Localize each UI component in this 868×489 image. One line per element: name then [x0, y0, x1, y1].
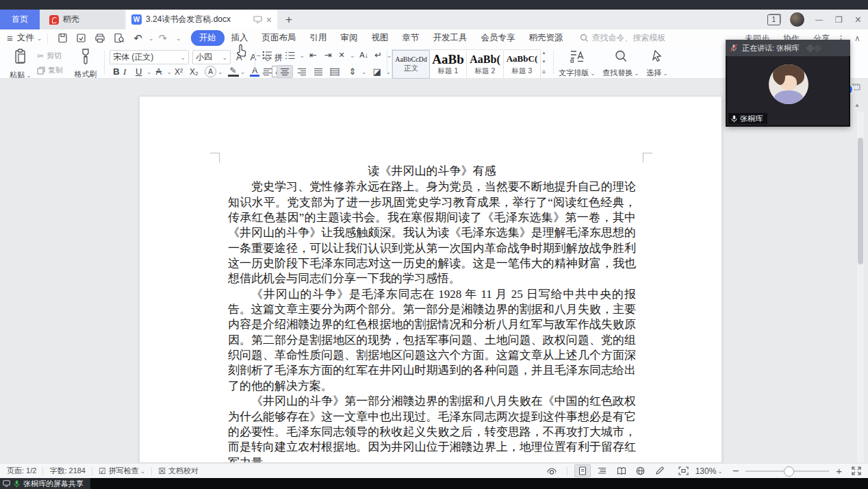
- eye-protection-icon[interactable]: [546, 467, 557, 475]
- fit-page-icon[interactable]: [678, 466, 689, 475]
- tab-sync-monitor-icon[interactable]: [253, 16, 262, 23]
- command-search-icon[interactable]: [580, 34, 589, 42]
- align-center-button[interactable]: [277, 65, 293, 78]
- print-preview-icon[interactable]: [114, 33, 125, 43]
- find-replace-button[interactable]: 查找替换⌄: [601, 49, 641, 78]
- numbered-list-button[interactable]: [283, 51, 297, 60]
- bold-button[interactable]: B: [110, 67, 123, 76]
- bullet-list-button[interactable]: [260, 51, 274, 60]
- view-page-mode[interactable]: [574, 464, 591, 477]
- underline-button[interactable]: U: [136, 67, 145, 76]
- increase-indent-button[interactable]: ⇥: [321, 51, 335, 60]
- export-icon[interactable]: [76, 33, 86, 43]
- tab-home-ribbon[interactable]: 开始: [191, 30, 225, 46]
- font-size-select[interactable]: 小四 ⌄: [192, 50, 231, 64]
- text-effects-button[interactable]: A: [205, 66, 216, 77]
- meeting-overlay[interactable]: 正在讲话: 张桐珲 张桐珲: [726, 40, 850, 127]
- styles-gallery-more-icon[interactable]: ≡: [542, 68, 546, 75]
- page-indicator[interactable]: 页面: 1/2: [7, 466, 36, 476]
- line-spacing-button[interactable]: ⇕: [346, 67, 359, 76]
- meeting-video-area[interactable]: 张桐珲: [726, 56, 850, 127]
- zoom-in-button[interactable]: +: [836, 465, 842, 477]
- zoom-slider-track[interactable]: [745, 471, 829, 472]
- distribute-button[interactable]: [327, 66, 342, 77]
- styles-scroll-up-icon[interactable]: ▲: [542, 51, 546, 55]
- style-normal[interactable]: AaBbCcDd 正文: [392, 50, 430, 79]
- account-avatar[interactable]: [790, 12, 804, 27]
- restore-button[interactable]: ❐: [835, 16, 843, 24]
- scrollbar-thumb[interactable]: [858, 138, 863, 264]
- hamburger-icon[interactable]: ≡: [7, 33, 13, 43]
- home-tab[interactable]: 首页: [0, 10, 40, 29]
- tab-close-icon[interactable]: ×: [266, 15, 272, 25]
- show-marks-button[interactable]: ↵: [373, 51, 384, 60]
- superscript-button[interactable]: X²: [175, 68, 190, 76]
- close-button[interactable]: ×: [855, 14, 861, 25]
- zoom-level[interactable]: 130%: [695, 466, 717, 476]
- minimize-button[interactable]: —: [815, 16, 823, 23]
- proofread-button[interactable]: 文档校对: [168, 466, 199, 476]
- file-menu[interactable]: 文件: [17, 32, 34, 44]
- format-painter-button[interactable]: 格式刷: [71, 49, 100, 79]
- paste-button[interactable]: 粘贴⌄: [7, 49, 34, 80]
- view-edit-pen-mode[interactable]: [652, 465, 667, 477]
- save-icon[interactable]: [58, 33, 68, 43]
- style-heading1[interactable]: AaBb 标题 1: [430, 51, 467, 78]
- style-heading3[interactable]: AaBbC( 标题 3: [504, 51, 540, 78]
- tab-docer-resources[interactable]: 稻壳资源: [529, 32, 563, 44]
- document-tab[interactable]: W 3.24读书会发言稿.docx ×: [126, 10, 277, 29]
- undo-icon[interactable]: ↶: [133, 33, 142, 43]
- underline-chevron-icon[interactable]: ⌄: [146, 68, 152, 75]
- share-status-chip[interactable]: 张桐珲的屏幕共享: [0, 478, 90, 489]
- view-book-mode[interactable]: [614, 465, 629, 477]
- italic-button[interactable]: I: [123, 67, 136, 76]
- zoom-slider-knob[interactable]: [784, 466, 794, 477]
- undo-chevron-icon[interactable]: ⌄: [149, 35, 154, 42]
- scrollbar-track[interactable]: [857, 112, 864, 463]
- document-page[interactable]: 读《井冈山的斗争》有感 党史学习、党性修养永远在路上。身为党员，当然要不断地提升…: [139, 96, 722, 463]
- subscript-button[interactable]: X₂: [190, 68, 205, 76]
- font-name-select[interactable]: 宋体 (正文) ⌄: [110, 50, 189, 64]
- word-count[interactable]: 字数: 2184: [49, 466, 86, 476]
- tab-view[interactable]: 视图: [372, 32, 389, 44]
- view-web-mode[interactable]: [633, 465, 648, 477]
- highlight-button[interactable]: ✎: [228, 66, 239, 77]
- tab-member[interactable]: 会员专享: [481, 32, 515, 44]
- tab-references[interactable]: 引用: [310, 32, 327, 44]
- spell-check-chevron-icon[interactable]: ⌄: [140, 468, 146, 475]
- decrease-font-button[interactable]: A⁻: [251, 53, 261, 62]
- cut-button[interactable]: ✂ 剪切: [37, 51, 63, 61]
- redo-icon[interactable]: ↷: [158, 33, 167, 43]
- scroll-up-arrow-icon[interactable]: ▲: [854, 102, 860, 108]
- zoom-out-button[interactable]: −: [732, 465, 739, 477]
- tab-review[interactable]: 审阅: [341, 32, 358, 44]
- window-list-badge[interactable]: 1: [767, 14, 780, 25]
- print-icon[interactable]: [94, 33, 105, 43]
- docer-tab[interactable]: 稻壳: [40, 10, 125, 29]
- tab-dev-tools[interactable]: 开发工具: [433, 32, 468, 44]
- strikethrough-chevron-icon[interactable]: ⌄: [167, 68, 173, 75]
- collapse-ribbon-icon[interactable]: ∧: [854, 34, 860, 42]
- tab-section[interactable]: 章节: [403, 32, 420, 44]
- strikethrough-button[interactable]: A: [156, 67, 166, 76]
- toolbar-more-icon[interactable]: ⌄: [176, 35, 181, 42]
- highlight-chevron-icon[interactable]: ⌄: [240, 68, 246, 75]
- sort-button[interactable]: A↓: [357, 51, 372, 59]
- spell-check-button[interactable]: 拼写检查: [109, 466, 139, 476]
- cn-layout-button[interactable]: ✕: [336, 51, 347, 59]
- align-left-button[interactable]: [260, 66, 275, 77]
- shading-button[interactable]: ◪: [371, 67, 383, 76]
- view-outline-mode[interactable]: [595, 465, 610, 477]
- zoom-chevron-icon[interactable]: ⌄: [717, 468, 723, 475]
- command-search-input[interactable]: 查找命令、搜索模板: [592, 32, 666, 44]
- style-heading2[interactable]: AaBb( 标题 2: [467, 51, 504, 78]
- copy-button[interactable]: 复制: [37, 65, 63, 75]
- tab-insert[interactable]: 插入: [231, 32, 248, 44]
- tab-page-layout[interactable]: 页面布局: [262, 32, 296, 44]
- decrease-indent-button[interactable]: ⇤: [306, 51, 320, 60]
- justify-button[interactable]: [311, 66, 326, 77]
- text-layout-button[interactable]: 文字排版⌄: [559, 49, 596, 78]
- select-button[interactable]: 选择⌄: [643, 49, 671, 78]
- text-effects-chevron-icon[interactable]: ⌄: [218, 68, 223, 75]
- align-right-button[interactable]: [294, 66, 309, 77]
